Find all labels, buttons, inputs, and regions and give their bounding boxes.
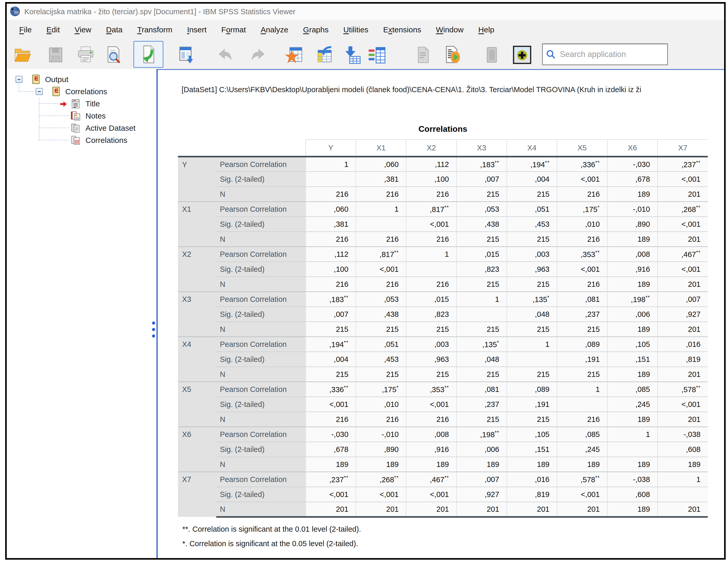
table-footnote: **. Correlation is significant at the 0.… [182, 525, 361, 533]
select-last-output-button[interactable] [480, 44, 503, 66]
menu-help[interactable]: Help [478, 25, 494, 34]
table-cell: ,194** [507, 157, 557, 172]
table-cell: ,053 [457, 202, 507, 217]
print-preview-button[interactable] [102, 44, 125, 66]
tree-connector-line [39, 116, 70, 116]
table-cell: 201 [658, 502, 708, 517]
table-cell: ,175* [356, 382, 406, 397]
notes-icon [70, 111, 81, 121]
menu-graphs[interactable]: Graphs [303, 25, 328, 34]
table-cell: ,819 [658, 352, 708, 367]
row-variable-label: X3 [178, 292, 216, 337]
table-cell: 189 [356, 457, 406, 472]
table-cell: 201 [658, 232, 708, 247]
table-cell: ,010 [557, 217, 607, 232]
table-cell: 201 [658, 412, 708, 427]
print-button[interactable] [74, 44, 97, 66]
table-cell: 1 [607, 427, 658, 442]
spss-app-icon [9, 6, 21, 17]
table-cell: ,006 [457, 442, 507, 457]
syntax-document-button[interactable] [412, 44, 434, 66]
table-cell: 216 [406, 187, 456, 202]
table-cell: ,817** [406, 202, 456, 217]
table-cell: <,001 [658, 397, 708, 412]
table-cell: <,001 [658, 262, 708, 277]
goto-variable-button[interactable] [313, 44, 336, 66]
significance-stars: ** [545, 160, 550, 166]
table-cell: ,198** [457, 427, 507, 442]
save-button[interactable] [44, 44, 67, 66]
menu-file[interactable]: File [19, 25, 32, 34]
outline-item-title[interactable]: Title [7, 98, 156, 110]
search-input[interactable] [542, 44, 668, 65]
table-cell: <,001 [406, 487, 456, 502]
correlations-pivot-table[interactable]: YX1X2X3X4X5X6X7YPearson Correlation1,060… [178, 139, 708, 518]
table-cell: ,823 [406, 307, 456, 322]
tree-collapse-toggle[interactable] [36, 88, 43, 95]
outline-item-notes[interactable]: Notes [7, 110, 156, 122]
table-cell: 201 [557, 502, 607, 517]
redo-button[interactable] [247, 44, 270, 66]
menu-analyze[interactable]: Analyze [261, 25, 289, 34]
correlations-table: YX1X2X3X4X5X6X7YPearson Correlation1,060… [178, 139, 708, 518]
splitter-grip-dot[interactable] [152, 334, 155, 337]
undo-button[interactable] [213, 44, 236, 66]
table-cell: <,001 [306, 487, 356, 502]
table-cell: ,060 [306, 202, 356, 217]
export-button[interactable] [133, 41, 163, 68]
variable-sets-button[interactable] [365, 44, 388, 66]
row-statistic-label: N [216, 457, 306, 472]
menu-insert[interactable]: Insert [187, 25, 207, 34]
table-cell: ,151 [507, 442, 557, 457]
recall-dialog-button[interactable] [175, 44, 198, 66]
goto-case-button[interactable] [283, 44, 306, 66]
significance-stars: ** [495, 430, 499, 435]
outline-item-output[interactable]: Output [7, 73, 156, 85]
splitter-grip-dot[interactable] [152, 328, 155, 331]
table-cell: ,048 [457, 352, 507, 367]
title-bar: Korelacijska matrika - žito (terciar).sp… [7, 4, 724, 20]
variables-button[interactable] [341, 44, 363, 66]
table-cell: ,237** [306, 472, 356, 487]
outline-item-active-dataset[interactable]: Active Dataset [7, 122, 156, 134]
significance-stars: ** [344, 385, 349, 390]
dataset-icon [70, 123, 81, 133]
table-cell: ,183** [457, 157, 507, 172]
menu-data[interactable]: Data [106, 25, 122, 34]
pivot-table-title[interactable]: Correlations [178, 124, 708, 134]
table-cell: ,381 [306, 217, 356, 232]
menu-window[interactable]: Window [436, 25, 464, 34]
open-file-button[interactable] [11, 44, 34, 66]
screenshot-root: { "window": { "title": "Korelacijska mat… [0, 0, 728, 563]
dataset-log-text[interactable]: [DataSet1] C:\Users\FKBV\Desktop\Uporabl… [182, 85, 724, 94]
outline-item-correlations[interactable]: Correlations [7, 134, 156, 146]
menu-edit[interactable]: Edit [46, 25, 60, 34]
table-row: Sig. (2-tailed),004,453,963,048,191,151,… [178, 352, 708, 367]
significance-stars: ** [595, 250, 600, 255]
outline-pane[interactable]: OutputCorrelationsTitleNotesActive Datas… [7, 69, 156, 558]
row-statistic-label: N [216, 322, 306, 337]
table-cell: <,001 [658, 172, 708, 187]
menu-transform[interactable]: Transform [137, 25, 172, 34]
table-cell: ,048 [507, 307, 557, 322]
menu-format[interactable]: Format [221, 25, 246, 34]
table-cell: 216 [406, 412, 456, 427]
table-cell: <,001 [356, 487, 406, 502]
significance-stars: * [397, 385, 399, 390]
table-row: N216216216215215216189201 [178, 232, 708, 247]
tree-connector-line [39, 98, 39, 141]
table-cell: <,001 [557, 487, 607, 502]
script-doc-icon [414, 46, 432, 64]
menu-extensions[interactable]: Extensions [383, 25, 421, 34]
table-cell: -,038 [658, 427, 708, 442]
row-statistic-label: Sig. (2-tailed) [216, 172, 306, 187]
menu-view[interactable]: View [75, 25, 91, 34]
table-cell: ,245 [607, 397, 658, 412]
splitter-grip-dot[interactable] [152, 321, 155, 324]
table-cell: -,010 [356, 427, 406, 442]
menu-utilities[interactable]: Utilities [343, 25, 369, 34]
run-script-button[interactable] [441, 44, 464, 66]
journal-icon [51, 87, 61, 97]
output-pane[interactable]: [DataSet1] C:\Users\FKBV\Desktop\Uporabl… [158, 69, 724, 558]
designate-window-button[interactable] [511, 44, 534, 66]
